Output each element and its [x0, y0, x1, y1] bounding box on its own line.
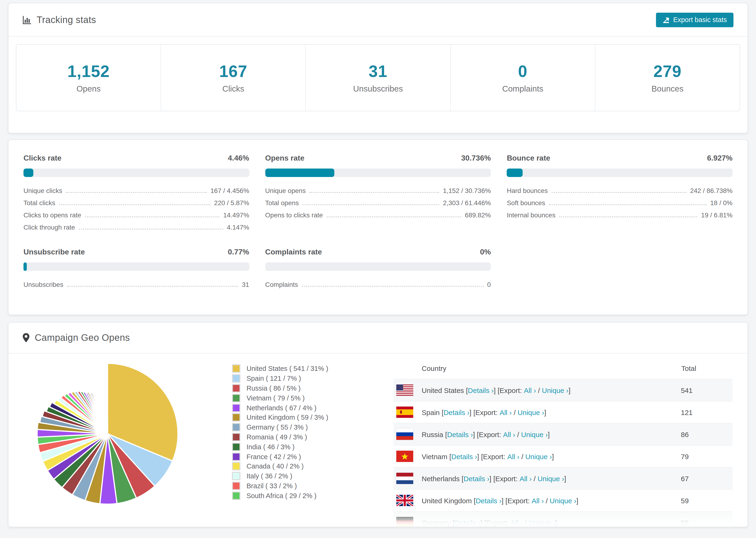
rate-row-value: 220 / 5.87%	[214, 199, 249, 207]
details-link[interactable]: Details ›	[468, 386, 494, 394]
dotted-leader	[85, 216, 220, 217]
rate-progress-bar	[24, 262, 249, 271]
export-all-link[interactable]: All ›	[503, 430, 515, 438]
legend-label: Brazil ( 33 / 2% )	[246, 482, 297, 490]
legend-label: Germany ( 55 / 3% )	[246, 423, 308, 431]
rate-value: 0%	[480, 248, 491, 256]
rate-row-total-opens: Total opens2,303 / 61.446%	[265, 195, 491, 207]
export-basic-stats-button[interactable]: Export basic stats	[656, 13, 733, 27]
legend-label: Romania ( 49 / 3% )	[246, 433, 307, 441]
legend-swatch	[232, 433, 241, 441]
details-link[interactable]: Details ›	[447, 430, 473, 438]
rate-row-value: 1,152 / 30.736%	[443, 187, 491, 194]
country-total: 79	[681, 445, 732, 467]
legend-swatch	[232, 472, 241, 480]
legend-item-italy: Italy ( 36 / 2% )	[232, 471, 350, 481]
dotted-leader	[327, 216, 461, 217]
details-link[interactable]: Details ›	[444, 408, 469, 416]
country-total: 67	[681, 467, 732, 489]
rates-grid: Clicks rate4.46%Unique clicks167 / 4.456…	[9, 140, 747, 289]
rate-row-label: Clicks to opens rate	[24, 211, 81, 219]
export-all-link[interactable]: All ›	[524, 386, 536, 394]
stat-value: 1,152	[67, 62, 110, 81]
flag-icon-nl	[396, 473, 413, 484]
stat-cell-clicks: 167Clicks	[161, 45, 306, 111]
legend-item-united-kingdom: United Kingdom ( 59 / 3% )	[232, 413, 350, 422]
rate-row-label: Total clicks	[24, 199, 55, 207]
export-unique-link[interactable]: Unique ›	[528, 518, 555, 526]
country-name: Spain	[422, 408, 440, 416]
stat-label: Opens	[77, 84, 101, 94]
stat-label: Clicks	[222, 84, 244, 94]
rate-value: 6.927%	[707, 154, 732, 162]
details-link[interactable]: Details ›	[451, 452, 477, 460]
details-link[interactable]: Details ›	[463, 474, 489, 482]
geo-pie-chart	[35, 361, 180, 507]
legend-label: India ( 46 / 3% )	[246, 443, 295, 451]
legend-swatch	[232, 492, 241, 500]
legend-label: Vietnam ( 79 / 5% )	[246, 394, 305, 402]
rate-progress-bar	[507, 169, 732, 177]
rate-row-label: Unsubscribes	[24, 281, 63, 288]
legend-swatch	[232, 364, 241, 373]
legend-label: Canada ( 40 / 2% )	[246, 463, 303, 470]
stat-cell-opens: 1,152Opens	[17, 45, 161, 111]
dotted-leader	[67, 286, 238, 287]
legend-item-germany: Germany ( 55 / 3% )	[232, 422, 350, 432]
export-unique-link[interactable]: Unique ›	[521, 430, 548, 438]
summary-stats-box: 1,152Opens167Clicks31Unsubscribes0Compla…	[16, 44, 740, 111]
export-unique-link[interactable]: Unique ›	[538, 474, 564, 482]
export-all-link[interactable]: All ›	[511, 518, 523, 526]
table-row-united-kingdom: United Kingdom [Details ›] [Export: All …	[394, 489, 732, 511]
export-unique-link[interactable]: Unique ›	[550, 497, 576, 505]
export-all-link[interactable]: All ›	[500, 408, 512, 416]
dotted-leader	[66, 192, 207, 193]
legend-swatch	[232, 452, 241, 461]
country-name: Germany	[422, 518, 451, 526]
rate-row-unique-opens: Unique opens1,152 / 30.736%	[265, 183, 491, 195]
total-column-header: Total	[681, 357, 732, 379]
details-link[interactable]: Details ›	[476, 497, 502, 505]
rate-row-value: 167 / 4.456%	[210, 187, 249, 194]
rate-progress-fill	[24, 169, 33, 177]
rate-row-value: 14.497%	[223, 211, 249, 219]
rate-row-value: 242 / 86.738%	[690, 187, 732, 194]
rate-row-label: Hard bounces	[507, 187, 548, 194]
legend-item-spain: Spain ( 121 / 7% )	[232, 374, 350, 384]
export-all-link[interactable]: All ›	[532, 497, 544, 505]
export-unique-link[interactable]: Unique ›	[525, 452, 552, 460]
export-unique-link[interactable]: Unique ›	[518, 408, 544, 416]
rate-progress-fill	[24, 262, 27, 271]
dotted-leader	[59, 204, 210, 205]
rate-row-value: 4.147%	[227, 224, 249, 231]
rate-row-complaints: Complaints0	[265, 277, 491, 289]
dotted-leader	[79, 229, 223, 230]
rate-progress-bar	[265, 262, 491, 271]
legend-swatch	[232, 384, 241, 393]
rate-value: 0.77%	[228, 248, 249, 256]
legend-label: France ( 42 / 2% )	[246, 453, 301, 460]
dotted-leader	[302, 286, 483, 287]
rate-row-label: Internal bounces	[507, 211, 556, 219]
rate-panel-opens-rate: Opens rate30.736%Unique opens1,152 / 30.…	[265, 154, 491, 232]
country-name: United States	[422, 386, 464, 394]
details-link[interactable]: Details ›	[455, 518, 480, 526]
stat-value: 167	[219, 62, 247, 81]
table-row-vietnam: Vietnam [Details ›] [Export: All › / Uni…	[394, 445, 732, 467]
legend-item-united-states: United States ( 541 / 31% )	[232, 364, 350, 374]
legend-swatch	[232, 482, 241, 490]
table-row-united-states: United States [Details ›] [Export: All ›…	[394, 379, 732, 401]
rates-card: Clicks rate4.46%Unique clicks167 / 4.456…	[8, 139, 748, 315]
rate-row-clicks-to-opens-rate: Clicks to opens rate14.497%	[24, 207, 249, 220]
export-unique-link[interactable]: Unique ›	[542, 386, 568, 394]
export-all-link[interactable]: All ›	[507, 452, 519, 460]
country-name: United Kingdom	[422, 497, 472, 505]
table-row-netherlands: Netherlands [Details ›] [Export: All › /…	[394, 467, 732, 489]
geo-card-header: Campaign Geo Opens	[9, 323, 747, 353]
rate-title: Clicks rate	[24, 154, 62, 162]
export-all-link[interactable]: All ›	[519, 474, 532, 482]
rate-value: 30.736%	[461, 154, 491, 162]
legend-item-france: France ( 42 / 2% )	[232, 452, 350, 461]
rate-row-label: Soft bounces	[507, 199, 545, 207]
stat-cell-complaints: 0Complaints	[451, 45, 595, 111]
